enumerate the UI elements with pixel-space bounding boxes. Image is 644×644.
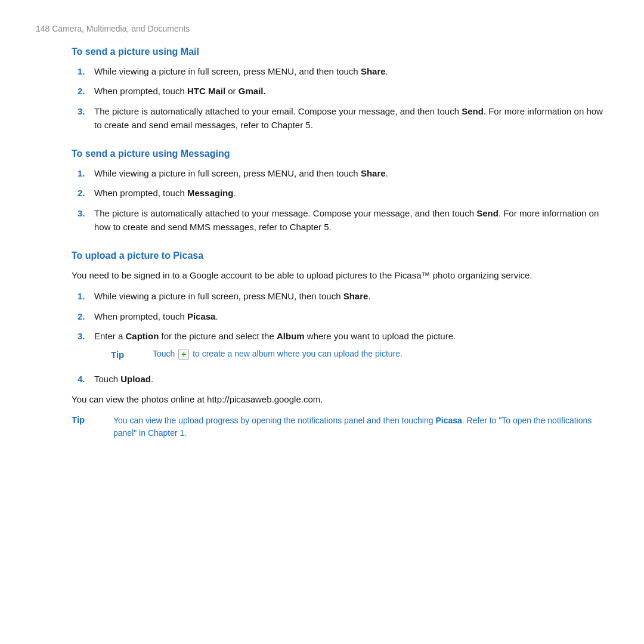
step-num: 1. — [78, 166, 94, 180]
section-upload-picasa: To upload a picture to Picasa You need t… — [72, 250, 608, 440]
page-tip-label: Tip — [72, 414, 113, 425]
picasa-step-2: 2. When prompted, touch Picasa. — [78, 309, 608, 323]
step-content: While viewing a picture in full screen, … — [94, 166, 608, 180]
step-content: Enter a Caption for the picture and sele… — [94, 329, 608, 367]
mail-step-3: 3. The picture is automatically attached… — [78, 104, 608, 132]
messaging-steps-list: 1. While viewing a picture in full scree… — [78, 166, 608, 234]
messaging-step-3: 3. The picture is automatically attached… — [78, 206, 608, 234]
page-container: 148 Camera, Multimedia, and Documents To… — [0, 0, 644, 481]
step-num: 1. — [78, 64, 94, 78]
step-content: When prompted, touch HTC Mail or Gmail. — [94, 84, 608, 98]
step-num: 2. — [78, 186, 94, 200]
tip-label: Tip — [111, 348, 153, 361]
step-num: 2. — [78, 309, 94, 323]
inline-tip: Tip Touch to create a new album where yo… — [111, 348, 608, 361]
messaging-step-1: 1. While viewing a picture in full scree… — [78, 166, 608, 180]
section-title-messaging: To send a picture using Messaging — [72, 148, 608, 159]
messaging-step-2: 2. When prompted, touch Messaging. — [78, 186, 608, 200]
plus-icon — [178, 349, 189, 360]
mail-step-2: 2. When prompted, touch HTC Mail or Gmai… — [78, 84, 608, 98]
page-header: 148 Camera, Multimedia, and Documents — [36, 24, 608, 33]
step-num: 1. — [78, 289, 94, 303]
section-title-mail: To send a picture using Mail — [72, 47, 608, 57]
page-tip-block: Tip You can view the upload progress by … — [72, 414, 608, 440]
page-tip-content: You can view the upload progress by open… — [113, 414, 608, 440]
tip-content: Touch to create a new album where you ca… — [153, 348, 402, 360]
step-num: 3. — [78, 329, 94, 343]
step-content: The picture is automatically attached to… — [94, 104, 608, 132]
mail-steps-list: 1. While viewing a picture in full scree… — [78, 64, 608, 132]
step-content: The picture is automatically attached to… — [94, 206, 608, 234]
step-num: 4. — [78, 372, 94, 386]
step-content: While viewing a picture in full screen, … — [94, 64, 608, 78]
step-num: 3. — [78, 104, 94, 118]
picasa-step-3: 3. Enter a Caption for the picture and s… — [78, 329, 608, 367]
step-content: Touch Upload. — [94, 372, 608, 386]
picasa-bottom-text: You can view the photos online at http:/… — [72, 392, 608, 406]
section-title-picasa: To upload a picture to Picasa — [72, 250, 608, 261]
step-content: When prompted, touch Messaging. — [94, 186, 608, 200]
step-content: While viewing a picture in full screen, … — [94, 289, 608, 303]
picasa-steps-list: 1. While viewing a picture in full scree… — [78, 289, 608, 386]
step-num: 2. — [78, 84, 94, 98]
picasa-intro: You need to be signed in to a Google acc… — [72, 268, 608, 282]
step-content: When prompted, touch Picasa. — [94, 309, 608, 323]
section-send-messaging: To send a picture using Messaging 1. Whi… — [72, 148, 608, 234]
picasa-step-1: 1. While viewing a picture in full scree… — [78, 289, 608, 303]
step-num: 3. — [78, 206, 94, 220]
mail-step-1: 1. While viewing a picture in full scree… — [78, 64, 608, 78]
picasa-step-4: 4. Touch Upload. — [78, 372, 608, 386]
section-send-mail: To send a picture using Mail 1. While vi… — [72, 47, 608, 132]
